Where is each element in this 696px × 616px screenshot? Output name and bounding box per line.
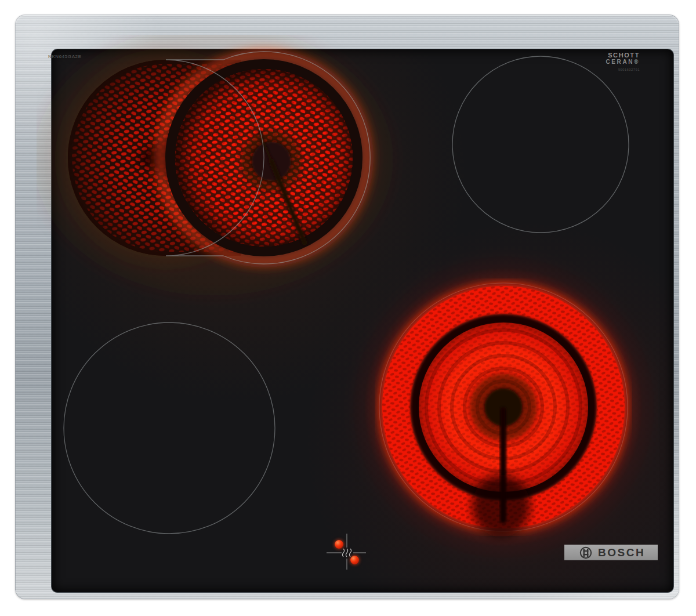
model-number-label: NKN645GA2E bbox=[48, 54, 82, 59]
zone-rear-right-outline bbox=[452, 56, 629, 233]
bosch-badge: BOSCH bbox=[564, 545, 658, 560]
ceran-logo-text: CERAN® bbox=[606, 59, 640, 66]
zone-front-right-dual-ring bbox=[364, 268, 643, 546]
indicator-cross-marking bbox=[327, 534, 366, 570]
cooktop-photo: NKN645GA2E SCHOTT CERAN® 9001602791 BOSC… bbox=[0, 0, 696, 616]
cooktop-zones-graphic bbox=[37, 35, 658, 578]
zone-rear-left-dual bbox=[60, 52, 370, 264]
glass-part-number: 9001602791 bbox=[606, 68, 640, 71]
ring-heater-connector-shadow bbox=[472, 474, 530, 537]
residual-heat-led-rear-left bbox=[335, 540, 343, 549]
schott-ceran-logo: SCHOTT CERAN® 9001602791 bbox=[606, 52, 640, 71]
zone-front-left-outline bbox=[64, 323, 275, 534]
residual-heat-led-front-right bbox=[350, 556, 359, 564]
schott-logo-text: SCHOTT bbox=[606, 52, 640, 59]
bosch-badge-text: BOSCH bbox=[598, 546, 645, 559]
residual-heat-icon bbox=[342, 549, 351, 557]
bosch-logo-icon bbox=[579, 546, 592, 559]
